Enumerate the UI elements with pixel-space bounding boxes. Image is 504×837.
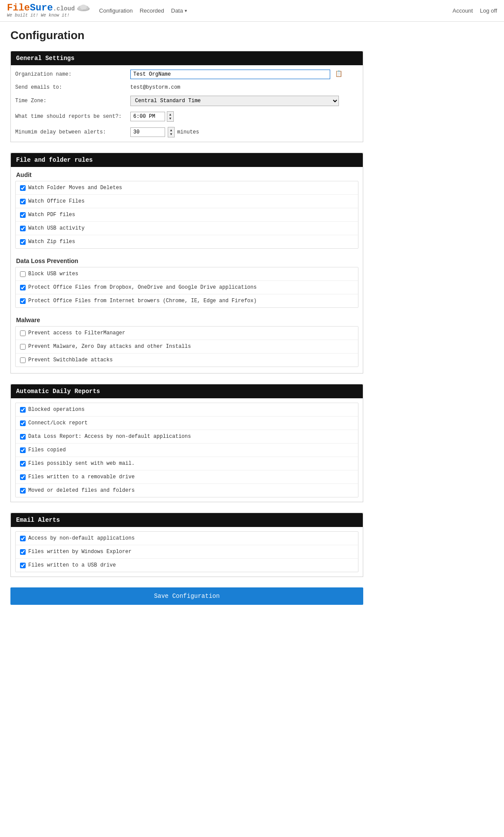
logo-tagline: We built it! We know it! bbox=[7, 13, 90, 18]
logo-area: FileSure.cloud We built it! We know it! bbox=[7, 3, 90, 18]
email-value: test@bystorm.com bbox=[130, 84, 180, 90]
list-item: Files written to a USB drive bbox=[16, 559, 358, 572]
list-item: Watch Office Files bbox=[16, 195, 358, 208]
nav-data[interactable]: Data ▼ bbox=[171, 7, 188, 14]
list-item: Watch USB activity bbox=[16, 222, 358, 235]
timezone-row: Time Zone: Central Standard Time Eastern… bbox=[11, 93, 363, 109]
dlp-title: Data Loss Prevention bbox=[11, 253, 363, 267]
main-content: Configuration General Settings Organizat… bbox=[0, 22, 374, 620]
email-alerts-section: Email Alerts Access by non-default appli… bbox=[10, 513, 363, 577]
page-title: Configuration bbox=[10, 29, 363, 42]
nav-links: Configuration Recorded Data ▼ bbox=[99, 7, 452, 14]
ea-label-2: Files written to a USB drive bbox=[28, 562, 116, 568]
ar-check-2[interactable] bbox=[20, 434, 26, 440]
dlp-check-0[interactable] bbox=[20, 271, 26, 277]
malware-label-0: Prevent access to FilterManager bbox=[28, 330, 125, 336]
audit-check-1[interactable] bbox=[20, 199, 26, 204]
ar-check-6[interactable] bbox=[20, 488, 26, 494]
audit-check-2[interactable] bbox=[20, 212, 26, 218]
delay-cell: ▲▼ minutes bbox=[126, 124, 363, 140]
malware-check-2[interactable] bbox=[20, 357, 26, 363]
navbar: FileSure.cloud We built it! We know it! … bbox=[0, 0, 504, 22]
malware-label-1: Prevent Malware, Zero Day attacks and ot… bbox=[28, 343, 191, 350]
cloud-icon bbox=[76, 3, 90, 12]
general-settings-table: Organization name: 📋 Send emails to: tes… bbox=[11, 67, 363, 140]
nav-account[interactable]: Account bbox=[452, 7, 473, 14]
save-button[interactable]: Save Configuration bbox=[10, 587, 363, 605]
delay-spinner[interactable]: ▲▼ bbox=[168, 127, 175, 137]
nav-right: Account Log off bbox=[452, 7, 497, 14]
ea-label-1: Files written by Windows Explorer bbox=[28, 549, 132, 555]
ea-check-1[interactable] bbox=[20, 549, 26, 555]
dlp-label-0: Block USB writes bbox=[28, 271, 78, 277]
ar-check-5[interactable] bbox=[20, 474, 26, 480]
ar-label-6: Moved or deleted files and folders bbox=[28, 487, 135, 494]
audit-label-3: Watch USB activity bbox=[28, 225, 85, 231]
nav-recorded[interactable]: Recorded bbox=[139, 7, 164, 14]
list-item: Files written to a removable drive bbox=[16, 470, 358, 484]
audit-check-3[interactable] bbox=[20, 226, 26, 231]
delay-label: Minumim delay between alerts: bbox=[11, 124, 126, 140]
org-name-row: Organization name: 📋 bbox=[11, 67, 363, 82]
list-item: Data Loss Report: Access by non-default … bbox=[16, 430, 358, 444]
audit-check-0[interactable] bbox=[20, 185, 26, 191]
list-item: Moved or deleted files and folders bbox=[16, 484, 358, 497]
report-time-row: What time should reports be sent?: ▲▼ bbox=[11, 109, 363, 124]
timezone-select[interactable]: Central Standard Time Eastern Standard T… bbox=[130, 96, 339, 106]
timezone-cell: Central Standard Time Eastern Standard T… bbox=[126, 93, 363, 109]
auto-reports-list: Blocked operations Connect/Lock report D… bbox=[15, 403, 358, 497]
audit-label-1: Watch Office Files bbox=[28, 198, 85, 204]
auto-reports-section: Automatic Daily Reports Blocked operatio… bbox=[10, 384, 363, 502]
dlp-label-1: Protect Office Files from Dropbox, OneDr… bbox=[28, 284, 257, 290]
email-label: Send emails to: bbox=[11, 82, 126, 93]
email-row: Send emails to: test@bystorm.com bbox=[11, 82, 363, 93]
ar-check-4[interactable] bbox=[20, 461, 26, 467]
report-time-input[interactable] bbox=[130, 112, 165, 121]
list-item: Protect Office Files from Internet browe… bbox=[16, 294, 358, 307]
ar-label-4: Files possibly sent with web mail. bbox=[28, 460, 135, 467]
list-item: Protect Office Files from Dropbox, OneDr… bbox=[16, 281, 358, 294]
malware-check-0[interactable] bbox=[20, 330, 26, 336]
malware-check-1[interactable] bbox=[20, 344, 26, 350]
delay-input[interactable] bbox=[130, 127, 165, 137]
malware-title: Malware bbox=[11, 312, 363, 326]
nav-logoff[interactable]: Log off bbox=[480, 7, 497, 14]
minutes-label: minutes bbox=[177, 129, 199, 135]
org-name-icon: 📋 bbox=[335, 70, 342, 77]
auto-reports-header: Automatic Daily Reports bbox=[11, 384, 363, 398]
ar-check-3[interactable] bbox=[20, 447, 26, 453]
list-item: Watch Folder Moves and Deletes bbox=[16, 181, 358, 195]
logo: FileSure.cloud bbox=[7, 3, 75, 13]
logo-file: File bbox=[7, 3, 30, 13]
list-item: Connect/Lock report bbox=[16, 417, 358, 430]
report-time-spinner[interactable]: ▲▼ bbox=[167, 111, 174, 122]
svg-point-3 bbox=[80, 5, 87, 10]
ar-label-3: Files copied bbox=[28, 447, 66, 453]
save-btn-wrapper: Save Configuration bbox=[10, 587, 363, 605]
audit-label-0: Watch Folder Moves and Deletes bbox=[28, 185, 122, 191]
list-item: Files possibly sent with web mail. bbox=[16, 457, 358, 470]
logo-sure: Sure bbox=[30, 3, 53, 13]
malware-list: Prevent access to FilterManager Prevent … bbox=[15, 326, 358, 367]
org-name-cell: 📋 bbox=[126, 67, 363, 82]
ea-check-2[interactable] bbox=[20, 563, 26, 568]
dlp-check-1[interactable] bbox=[20, 285, 26, 290]
list-item: Prevent Malware, Zero Day attacks and ot… bbox=[16, 340, 358, 353]
dlp-check-2[interactable] bbox=[20, 298, 26, 304]
delay-row: Minumim delay between alerts: ▲▼ minutes bbox=[11, 124, 363, 140]
ea-check-0[interactable] bbox=[20, 536, 26, 541]
org-name-label: Organization name: bbox=[11, 67, 126, 82]
audit-title: Audit bbox=[11, 167, 363, 181]
ar-label-0: Blocked operations bbox=[28, 407, 85, 413]
timezone-label: Time Zone: bbox=[11, 93, 126, 109]
dlp-list: Block USB writes Protect Office Files fr… bbox=[15, 267, 358, 308]
report-time-cell: ▲▼ bbox=[126, 109, 363, 124]
audit-check-4[interactable] bbox=[20, 239, 26, 245]
org-name-input[interactable] bbox=[130, 70, 330, 79]
logo-cloud-text: .cloud bbox=[53, 5, 75, 12]
ar-check-1[interactable] bbox=[20, 420, 26, 426]
ar-check-0[interactable] bbox=[20, 407, 26, 413]
nav-configuration[interactable]: Configuration bbox=[99, 7, 133, 14]
ar-label-1: Connect/Lock report bbox=[28, 420, 88, 426]
email-alerts-header: Email Alerts bbox=[11, 513, 363, 527]
